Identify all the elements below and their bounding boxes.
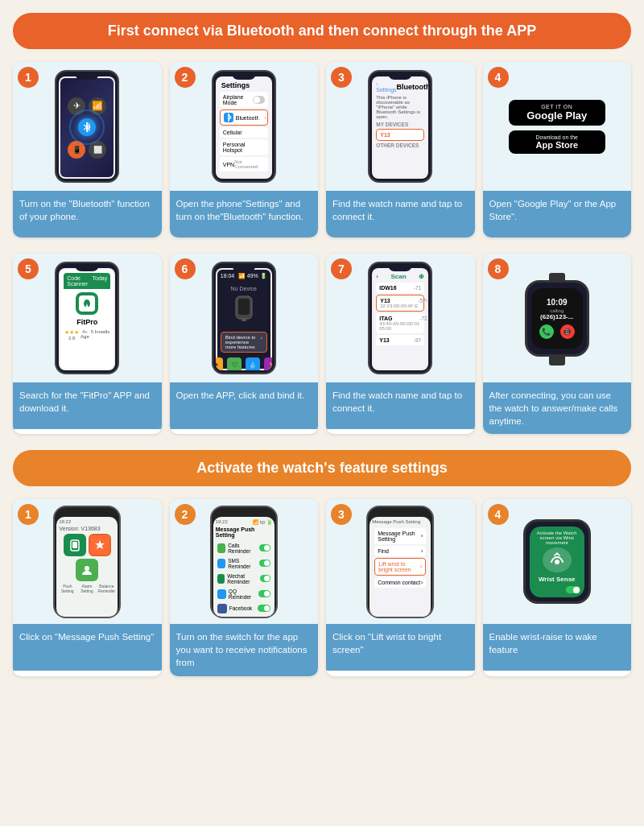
svg-line-2	[87, 127, 90, 130]
step-3-desc: Find the watch name and tap to connect i…	[326, 191, 475, 237]
step-6-image: 6 18:04 📶 49% 🔋 No Device	[170, 254, 319, 382]
bot-step-3-number: 3	[331, 504, 352, 525]
step-5-desc: Search for the "FitPro" APP and download…	[13, 382, 162, 429]
bot-step-2-number: 2	[175, 504, 196, 525]
bot-step-1-card: 1 18:22 Version: V13683	[13, 499, 162, 675]
bot-step-1-phone: 18:22 Version: V13683	[53, 506, 121, 618]
step-3-card: 3 ‹ Settings Bluetooth This iPhone is di…	[326, 62, 475, 237]
section1-steps-row2: 5 Code Scanner Today	[13, 254, 631, 434]
bot-step-2-image: 2 19:22📶 50 🔋 Message Push Setting Calls…	[170, 499, 319, 624]
app-store-button[interactable]: Download on the App Store	[509, 130, 605, 154]
section2: Activate the watch's feature settings 1 …	[13, 450, 631, 675]
msg-app-row-3: QQ Reminder	[216, 587, 272, 602]
step-8-card: 8 10:09 calling (626)123-... 📞 📵	[483, 254, 632, 434]
step-1-card: 1 ✈ 📶	[13, 62, 162, 237]
step-4-stores: GET IT ON Google Play Download on the Ap…	[502, 62, 612, 191]
call-decline-button[interactable]: 📵	[560, 324, 575, 339]
step-6-desc: Open the APP, click and bind it.	[170, 382, 319, 429]
bot-step-2-desc: Turn on the switch for the app you want …	[170, 624, 319, 675]
section2-steps: 1 18:22 Version: V13683	[13, 499, 631, 675]
bot-step-2-card: 2 19:22📶 50 🔋 Message Push Setting Calls…	[170, 499, 319, 675]
bot-step-4-desc: Enable wrist-raise to wake feature	[483, 624, 632, 671]
svg-point-12	[555, 560, 559, 564]
bot-step-3-desc: Click on "Lift wrist to bright screen"	[326, 624, 475, 671]
step-8-image: 8 10:09 calling (626)123-... 📞 📵	[483, 254, 632, 382]
msg-app-row-1: SMS Reminder	[216, 556, 272, 572]
svg-rect-8	[242, 319, 246, 321]
bot-step-3-card: 3 Message Push Setting Message Push Sett…	[326, 499, 475, 675]
step-7-number: 7	[331, 258, 352, 279]
step-8-desc: After connecting, you can use the watch …	[483, 382, 632, 434]
bot-step-4-card: 4 Activate the Watch screen via Wrist mo…	[483, 499, 632, 675]
bluetooth-active-icon	[78, 118, 96, 136]
svg-line-1	[87, 125, 90, 127]
step-5-phone: Code Scanner Today FitPro	[55, 262, 119, 374]
step-3-phone: ‹ Settings Bluetooth This iPhone is disc…	[368, 70, 432, 183]
step-2-phone: Settings Airplane Mode	[212, 70, 276, 183]
svg-rect-7	[238, 299, 250, 315]
step-2-card: 2 Settings Airplane Mode	[170, 62, 319, 237]
step-5-image: 5 Code Scanner Today	[13, 254, 162, 382]
bot-step-4-watch: Activate the Watch screen via Wrist move…	[523, 519, 591, 604]
step-2-desc: Open the phone"Settings" and turn on the…	[170, 191, 319, 237]
step-6-number: 6	[175, 258, 196, 279]
step-7-image: 7 ‹ Scan ⊕ IDW16 -71	[326, 254, 475, 382]
section1-steps-row1: 1 ✈ 📶	[13, 62, 631, 237]
bot-step-4-image: 4 Activate the Watch screen via Wrist mo…	[483, 499, 632, 624]
bot-step-1-desc: Click on "Message Push Setting"	[13, 624, 162, 671]
svg-point-11	[85, 566, 89, 571]
bot-step-4-number: 4	[488, 504, 509, 525]
step-1-phone: ✈ 📶	[55, 70, 119, 183]
step-5-number: 5	[18, 258, 39, 279]
step-2-image: 2 Settings Airplane Mode	[170, 62, 319, 191]
step-8-number: 8	[488, 258, 509, 279]
step-1-desc: Turn on the "Bluetooth" function of your…	[13, 191, 162, 237]
step-4-card: 4 GET IT ON Google Play Download on the …	[483, 62, 632, 237]
google-play-button[interactable]: GET IT ON Google Play	[509, 100, 605, 126]
msg-app-row-0: Calls Reminder	[216, 541, 272, 556]
call-accept-button[interactable]: 📞	[539, 324, 554, 339]
step-5-card: 5 Code Scanner Today	[13, 254, 162, 434]
section2-title: Activate the watch's feature settings	[13, 450, 631, 486]
step-1-number: 1	[18, 67, 39, 88]
bot-step-2-phone: 19:22📶 50 🔋 Message Push Setting Calls R…	[210, 506, 278, 618]
bot-step-1-image: 1 18:22 Version: V13683	[13, 499, 162, 624]
step-7-phone: ‹ Scan ⊕ IDW16 -71 Y13	[368, 262, 432, 374]
step-6-card: 6 18:04 📶 49% 🔋 No Device	[170, 254, 319, 434]
bot-step-3-phone: Message Push Setting Message Push Settin…	[366, 506, 434, 618]
bind-device-bar[interactable]: Bind device to experience more features …	[221, 332, 267, 353]
step-3-number: 3	[331, 67, 352, 88]
step-2-number: 2	[175, 67, 196, 88]
step-7-card: 7 ‹ Scan ⊕ IDW16 -71	[326, 254, 475, 434]
smart-watch: 10:09 calling (626)123-... 📞 📵	[525, 280, 589, 357]
step-7-desc: Find the watch name and tap to connect i…	[326, 382, 475, 429]
step-3-image: 3 ‹ Settings Bluetooth This iPhone is di…	[326, 62, 475, 191]
step-1-image: 1 ✈ 📶	[13, 62, 162, 191]
step-4-number: 4	[488, 67, 509, 88]
step-4-desc: Open "Google Play" or the App Store".	[483, 191, 632, 237]
svg-rect-10	[72, 542, 77, 548]
bot-step-1-number: 1	[18, 504, 39, 525]
step-6-phone: 18:04 📶 49% 🔋 No Device B	[212, 262, 276, 374]
bot-step-3-image: 3 Message Push Setting Message Push Sett…	[326, 499, 475, 624]
section1-title: First connect via Bluetooth and then con…	[13, 13, 631, 49]
msg-app-row-4: Facebook	[216, 602, 272, 616]
step-4-image: 4 GET IT ON Google Play Download on the …	[483, 62, 632, 191]
msg-app-row-2: Wechat Reminder	[216, 572, 272, 587]
